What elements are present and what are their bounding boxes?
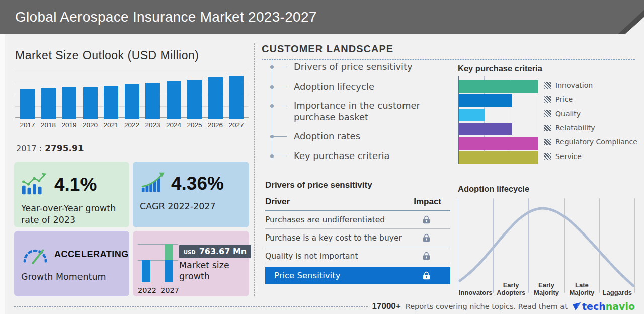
bullet-dot [270,85,274,89]
lock-icon [423,215,430,224]
price-sensitivity-highlight-row: Price Sensitivity [265,267,450,284]
yoy-growth-value: 4.1% [54,174,97,195]
lock-icon [423,271,430,280]
legend-item: Price [544,92,637,106]
lock-icon [423,252,430,260]
cagr-card: 4.36% CAGR 2022-2027 [133,162,249,227]
connector-line [274,136,287,137]
driver-label: Purchases are undifferentiated [265,215,385,224]
highlight-label: Price Sensitivity [265,271,340,280]
footer-text: Reports covering niche topics. Read them… [406,302,568,310]
market-bar-column-2027: 2027 [228,76,245,129]
stage-label-innovators: Innovators [458,276,493,297]
year-tick-label: 2021 [103,121,118,129]
logo-text-tech: tech [582,301,606,312]
landscape-item-label: Adoption rates [294,131,360,141]
landscape-item-label: Drivers of price sensitivity [294,61,413,72]
legend-label: Relatability [555,124,595,132]
year-tick-label: 2020 [83,121,98,129]
stage-label-early-majority: Early Majority [529,276,564,297]
bullet-dot [270,135,274,138]
column-header-driver: Driver [265,197,290,207]
market-bar-2020 [83,87,98,119]
legend-item: Service [544,149,637,163]
legend-marker-icon [544,82,551,89]
market-bar-2026 [208,77,223,119]
year-tick-label: 2023 [145,121,160,129]
market-chart-columns: 2017201820192020202120222023202420252026… [19,69,245,129]
legend-item: Innovation [544,78,637,92]
kpc-bar-row [459,137,538,150]
cagr-value: 4.36% [171,173,224,194]
customer-landscape-title: CUSTOMER LANDSCAPE [262,43,635,60]
column-header-impact: Impact [414,197,450,207]
base-year-label: 2017 : [16,144,42,153]
landscape-item: Drivers of price sensitivity [266,61,450,73]
market-bar-2021 [104,86,118,119]
footer-dashed-line [14,306,368,307]
legend-marker-icon [544,96,551,103]
currency-label: USD [184,250,196,255]
market-size-chart: 2017201820192020202120222023202420252026… [15,69,249,129]
mini-year-end: 2027 [160,286,178,294]
legend-marker-icon [544,110,551,117]
stage-label-early-adopters: Early Adopters [493,276,528,297]
year-tick-label: 2019 [61,121,76,129]
landscape-item: Adoption rates [266,131,450,142]
landscape-item-label: Adoption lifecycle [294,81,374,92]
year-tick-label: 2024 [166,121,181,129]
adoption-lifecycle-panel: Adoption lifecycle InnovatorsEarly Adopt… [458,184,644,297]
left-edge-strip [0,34,5,314]
kpc-bar-price [459,94,512,107]
kpc-bar-row [459,123,538,136]
base-year-annotation: 2017 :2795.91 [16,143,84,153]
market-bar-column-2019: 2019 [61,87,77,129]
mini-year-start: 2022 [138,286,155,294]
legend-marker-icon [544,125,551,131]
yoy-growth-card: 4.1% Year-over-Year growth rate of 2023 [14,162,129,227]
bar-chart-trend-icon [21,172,49,198]
bullet-dot [270,104,274,108]
key-purchase-criteria-title: Key purchase criteria [458,64,644,73]
legend-item: Regulatory Compliance [544,135,637,149]
yoy-growth-label: Year-over-Year growth rate of 2023 [14,198,129,226]
legend-marker-icon [544,153,551,160]
market-bar-column-2017: 2017 [19,89,36,129]
speedometer-icon [21,242,49,266]
legend-marker-icon [544,139,551,145]
technavio-logo: technavio [572,301,635,312]
landscape-item: Importance in the customer purchase bask… [266,100,450,123]
infographic-page: Global Aerospace Insurance Market 2023-2… [0,0,644,314]
kpc-bar-regulatory-compliance [459,137,538,150]
connector-line [274,156,287,156]
market-bar-2017 [20,89,35,119]
market-bar-column-2026: 2026 [207,77,224,129]
price-sensitivity-table: Drivers of price sensitivity Driver Impa… [265,180,450,284]
legend-item: Quality [544,107,637,121]
year-tick-label: 2025 [187,121,202,129]
growth-momentum-card: ACCELERATING Growth Momentum [14,231,129,296]
legend-label: Regulatory Compliance [555,138,637,146]
market-bar-column-2023: 2023 [144,83,161,129]
driver-row: Quality is not important [265,247,450,265]
kpc-bar-row [459,94,538,107]
stage-label-laggards: Laggards [600,276,635,297]
bullet-dot [270,154,274,158]
market-bar-2022 [125,84,139,119]
year-tick-label: 2018 [41,121,56,129]
mini-bar-2022 [142,260,150,282]
usd-amount-badge: USD 763.67 Mn [179,245,251,258]
kpc-bar-row [459,80,538,93]
market-size-growth-card: 2022 2027 USD 763.67 Mn Market size grow… [133,231,249,296]
market-bar-column-2025: 2025 [186,80,203,129]
connector-line [274,87,287,87]
driver-label: Quality is not important [265,252,358,261]
driver-label: Purchase is a key cost to the buyer [265,233,402,243]
kpc-bar-relatability [459,123,512,136]
market-bar-2027 [229,76,244,119]
landscape-item-label: Importance in the customer purchase bask… [294,100,420,122]
kpc-legend: InnovationPriceQualityRelatabilityRegula… [544,78,637,164]
year-tick-label: 2017 [20,121,35,129]
year-tick-label: 2027 [228,121,244,129]
report-count: 17000+ [372,301,401,311]
